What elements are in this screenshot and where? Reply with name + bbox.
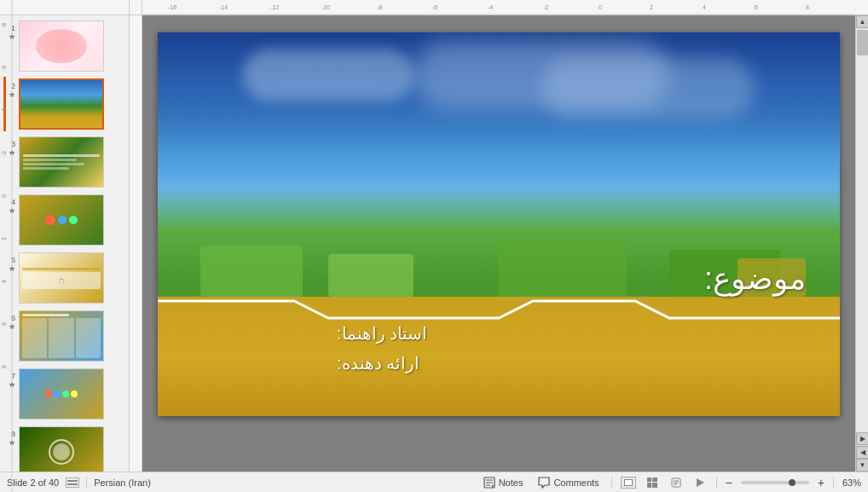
svg-text:8: 8 [806,4,809,10]
slide-thumbnail-1[interactable] [19,20,104,72]
status-divider-4 [833,477,834,489]
status-divider-3 [716,477,717,489]
slide-canvas-area: موضوع: استاد راهنما: ارائه دهنده: [142,15,855,472]
slide-thumb-2[interactable]: 2 ★ [3,77,125,131]
svg-text:-16: -16 [168,4,176,10]
svg-text:10: 10 [854,4,855,10]
scroll-right-up[interactable]: ▶ [856,432,868,445]
slide-thumb-5[interactable]: 5 ★ 📋 [3,251,125,305]
slide-thumbnail-7[interactable] [19,368,104,420]
svg-text:6: 6 [755,4,758,10]
comments-icon [538,477,550,489]
svg-text:-10: -10 [321,4,330,10]
app-container: -16 -14 -12 -10 -8 -6 -4 -2 0 2 4 6 8 10… [0,0,868,492]
status-divider-2 [611,477,612,489]
zoom-slider[interactable] [741,481,809,484]
svg-text:-2: -2 [543,4,548,10]
svg-text:2: 2 [650,4,653,10]
svg-text:0: 0 [599,4,602,10]
zoom-plus-button[interactable]: + [818,477,825,489]
comments-button[interactable]: Comments [535,475,602,490]
svg-marker-35 [697,478,704,487]
slide-thumb-7[interactable]: 7 ★ [3,367,125,421]
status-divider-1 [86,477,87,489]
language-indicator: Persian (Iran) [94,478,151,488]
zoom-minus-button[interactable]: − [726,477,732,489]
notes-button[interactable]: Notes [480,475,527,490]
status-bar: Slide 2 of 40 Persian (Iran) No [0,472,868,492]
notes-label: Notes [499,478,524,488]
svg-text:-4: -4 [488,4,493,10]
left-ruler: -8 -6 -4 -2 0 2 4 6 8 [130,15,142,472]
slide-layout-icon[interactable] [66,478,79,488]
scroll-up-button[interactable]: ▲ [856,15,868,28]
scroll-down-button[interactable]: ▼ [856,459,868,472]
comments-label: Comments [553,478,599,488]
slide-sorter-button[interactable] [645,477,660,489]
top-ruler: -16 -14 -12 -10 -8 -6 -4 -2 0 2 4 6 8 10… [142,0,855,14]
slide-thumbnail-4[interactable] [19,194,104,246]
svg-text:-6: -6 [432,4,437,10]
slideshow-button[interactable] [692,477,708,489]
svg-text:4: 4 [703,4,706,10]
slide-thumb-1[interactable]: 1 ★ [3,19,125,73]
notes-icon [483,477,495,489]
slide-thumbnail-2[interactable] [19,78,104,130]
scroll-right-down[interactable]: ◀ [856,446,868,459]
slide-thumbnail-8[interactable] [19,426,104,472]
right-scrollbar: ▲ ▶ ◀ ▼ [855,15,868,472]
slide-thumb-4[interactable]: 4 ★ [3,193,125,247]
svg-text:-14: -14 [219,4,228,10]
reading-view-button[interactable] [668,477,684,489]
svg-text:-12: -12 [270,4,279,10]
slide-thumbnail-6[interactable] [19,310,104,362]
normal-view-button[interactable] [621,477,636,489]
scroll-track[interactable] [856,28,868,432]
slide-instructor: استاد راهنما: [337,323,427,344]
slide-title: موضوع: [704,261,806,297]
slide-thumb-3[interactable]: 3 ★ [3,135,125,189]
slide-info: Slide 2 of 40 [7,478,59,488]
slide-thumbnail-3[interactable] [19,136,104,188]
slide-thumb-8[interactable]: 8 ★ [3,425,125,472]
slide-thumb-6[interactable]: 6 ★ [3,309,125,363]
slide-thumbnail-5[interactable]: 📋 [19,252,104,304]
svg-text:-8: -8 [377,4,382,10]
slides-panel: 1 ★ 2 ★ 3 ★ [0,15,130,472]
slide-canvas: موضوع: استاد راهنما: ارائه دهنده: [158,32,840,416]
zoom-percent[interactable]: 63% [842,478,861,488]
slide-presenter: ارائه دهنده: [337,353,420,373]
